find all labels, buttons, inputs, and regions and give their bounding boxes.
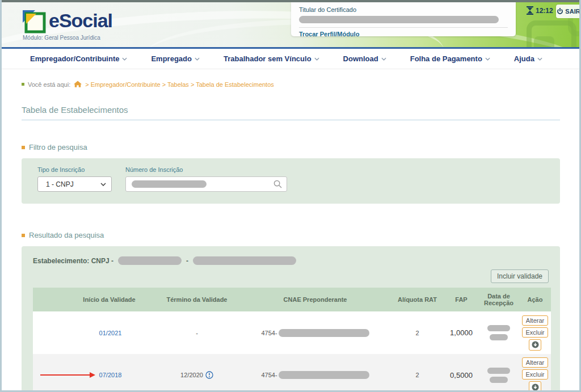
arrow-down-circle-icon bbox=[532, 341, 539, 348]
home-icon[interactable] bbox=[74, 81, 82, 88]
annotation-arrow bbox=[40, 374, 90, 376]
excluir-button[interactable]: Excluir bbox=[522, 369, 548, 380]
results-panel: Estabelecimento: CNPJ - - Incluir valida… bbox=[22, 246, 560, 392]
filter-section-title: Filtro de pesquisa bbox=[29, 143, 87, 151]
header-data-recepcao: Data de Recepção bbox=[478, 288, 519, 311]
nav-folha-de-pagamento[interactable]: Folha de Pagamento bbox=[410, 54, 490, 63]
numero-inscricao-redacted bbox=[132, 180, 207, 188]
button-row: Incluir validade bbox=[33, 269, 549, 283]
results-section-title: Resultado da pesquisa bbox=[29, 231, 104, 239]
incluir-validade-button[interactable]: Incluir validade bbox=[491, 269, 549, 283]
cell-termino: - bbox=[154, 311, 240, 354]
termino-value: 12/2020 bbox=[180, 372, 203, 378]
nav-label: Download bbox=[343, 54, 378, 63]
cnae-redacted bbox=[279, 329, 369, 337]
tipo-inscricao-value: 1 - CNPJ bbox=[46, 180, 74, 188]
filter-panel: Tipo de Inscrição 1 - CNPJ Número de Ins… bbox=[22, 158, 560, 204]
cnae-prefix: 4754- bbox=[261, 372, 277, 378]
establishment-name-redacted bbox=[193, 256, 296, 265]
download-row-button[interactable] bbox=[529, 339, 541, 351]
nav-ajuda[interactable]: Ajuda bbox=[514, 54, 542, 63]
termino-info-icon[interactable] bbox=[205, 371, 213, 379]
chevron-down-icon bbox=[195, 57, 200, 61]
certificate-holder-redacted bbox=[299, 16, 499, 23]
chevron-down-icon bbox=[100, 183, 106, 186]
chevron-down-icon bbox=[485, 57, 490, 61]
recepcao-redacted bbox=[490, 334, 508, 340]
recepcao-redacted bbox=[487, 368, 510, 374]
search-icon[interactable] bbox=[273, 180, 282, 188]
esocial-page: eSocial Módulo: Geral Pessoa Jurídica Ti… bbox=[0, 0, 581, 392]
chevron-down-icon bbox=[314, 57, 319, 61]
breadcrumb-path[interactable]: > Empregador/Contribuinte > Tabelas > Ta… bbox=[85, 81, 274, 88]
clock-value: 12:12 bbox=[536, 7, 553, 15]
bullet bbox=[22, 146, 25, 149]
main-content: Você está aqui: > Empregador/Contribuint… bbox=[2, 81, 579, 392]
excluir-button[interactable]: Excluir bbox=[522, 327, 548, 338]
establishment-separator: - bbox=[186, 257, 188, 265]
certificate-panel: Titular do Certificado Trocar Perfil/Mód… bbox=[291, 2, 516, 36]
session-clock: 12:12 bbox=[527, 6, 553, 15]
app-header: eSocial Módulo: Geral Pessoa Jurídica Ti… bbox=[2, 2, 579, 47]
results-section-header: Resultado da pesquisa bbox=[22, 231, 560, 239]
cell-inicio: 01/2021 bbox=[33, 311, 154, 354]
numero-inscricao-field: Número de Inscrição bbox=[125, 166, 287, 204]
hourglass-icon bbox=[527, 6, 533, 15]
cell-recepcao bbox=[478, 354, 519, 392]
inicio-validade-link[interactable]: 01/2021 bbox=[99, 330, 122, 336]
nav-empregador-contribuinte[interactable]: Empregador/Contribuinte bbox=[30, 54, 127, 63]
alterar-button[interactable]: Alterar bbox=[522, 315, 548, 326]
header-termino-validade: Término da Validade bbox=[154, 288, 240, 311]
cell-aliquota: 2 bbox=[390, 311, 444, 354]
bullet bbox=[22, 83, 24, 86]
cnae-prefix: 4754- bbox=[261, 330, 277, 336]
download-row-button[interactable] bbox=[529, 381, 541, 392]
fap-value: 0,5000 bbox=[450, 371, 473, 380]
certificate-title: Titular do Certificado bbox=[299, 6, 508, 13]
table-row: 01/2021 - 4754- 2 1,0000 bbox=[33, 311, 551, 354]
results-table: Início da Validade Término da Validade C… bbox=[33, 288, 551, 392]
cell-aliquota: 2 bbox=[390, 354, 444, 392]
nav-label: Folha de Pagamento bbox=[410, 54, 482, 63]
recepcao-redacted bbox=[490, 377, 508, 383]
nav-download[interactable]: Download bbox=[343, 54, 386, 63]
tipo-inscricao-select[interactable]: 1 - CNPJ bbox=[37, 176, 112, 192]
header-acao: Ação bbox=[519, 288, 551, 311]
alterar-button[interactable]: Alterar bbox=[522, 357, 548, 368]
logout-button[interactable]: SAIR bbox=[556, 5, 579, 18]
esocial-logo-icon bbox=[22, 9, 47, 34]
numero-inscricao-input[interactable] bbox=[125, 176, 287, 192]
cell-fap: 0,5000 bbox=[444, 354, 478, 392]
chevron-down-icon bbox=[122, 57, 127, 61]
logout-label: SAIR bbox=[565, 8, 579, 15]
inicio-validade-link[interactable]: 07/2018 bbox=[99, 372, 122, 378]
cell-inicio: 07/2018 bbox=[33, 354, 154, 392]
main-nav: Empregador/Contribuinte Empregado Trabal… bbox=[2, 49, 579, 69]
chevron-down-icon bbox=[537, 57, 542, 61]
esocial-logo: eSocial bbox=[22, 9, 112, 34]
page-title: Tabela de Estabelecimentos bbox=[22, 105, 560, 120]
nav-trabalhador-sem-vinculo[interactable]: Trabalhador sem Vínculo bbox=[224, 54, 319, 63]
table-row: 07/2018 12/2020 bbox=[33, 354, 551, 392]
divider bbox=[299, 27, 508, 28]
change-profile-link[interactable]: Trocar Perfil/Módulo bbox=[299, 31, 359, 37]
cell-cnae: 4754- bbox=[240, 311, 390, 354]
cell-termino: 12/2020 bbox=[154, 354, 240, 392]
nav-label: Trabalhador sem Vínculo bbox=[224, 54, 311, 63]
header-cnae-preponderante: CNAE Preponderante bbox=[240, 288, 390, 311]
numero-inscricao-label: Número de Inscrição bbox=[125, 166, 287, 173]
module-label: Módulo: Geral Pessoa Jurídica bbox=[23, 35, 100, 41]
breadcrumb: Você está aqui: > Empregador/Contribuint… bbox=[22, 81, 560, 88]
fap-value: 1,0000 bbox=[450, 328, 473, 337]
recepcao-redacted bbox=[487, 325, 510, 331]
tipo-inscricao-field: Tipo de Inscrição 1 - CNPJ bbox=[37, 166, 112, 204]
cnpj-redacted bbox=[118, 256, 182, 265]
cell-fap: 1,0000 bbox=[444, 311, 478, 354]
cell-acao: Alterar Excluir bbox=[519, 354, 551, 392]
nav-empregado[interactable]: Empregado bbox=[151, 54, 200, 63]
header-decoration bbox=[534, 36, 554, 47]
establishment-line: Estabelecimento: CNPJ - - bbox=[33, 256, 549, 265]
bullet bbox=[22, 234, 25, 237]
logo-text: eSocial bbox=[49, 9, 112, 32]
cnae-redacted bbox=[279, 371, 369, 379]
